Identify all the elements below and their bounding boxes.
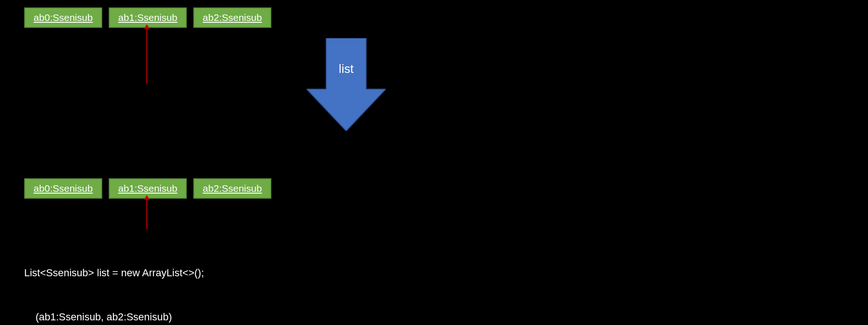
object-box-top-0: ab0:Ssenisub	[24, 7, 102, 28]
list-arrow: list	[307, 38, 386, 131]
code-line-0: List<Ssenisub> list = new ArrayList<>();	[24, 266, 354, 280]
object-box-mid-0: ab0:Ssenisub	[24, 178, 102, 199]
object-box-mid-2: ab2:Ssenisub	[193, 178, 271, 199]
arrow-up-top	[146, 29, 147, 84]
arrow-up-bottom	[146, 200, 147, 229]
object-box-top-2: ab2:Ssenisub	[193, 7, 271, 28]
code-block: List<Ssenisub> list = new ArrayList<>();…	[24, 236, 354, 325]
list-arrow-label: list	[339, 62, 354, 76]
code-line-1: (ab1:Ssenisub, ab2:Ssenisub)	[24, 310, 354, 325]
